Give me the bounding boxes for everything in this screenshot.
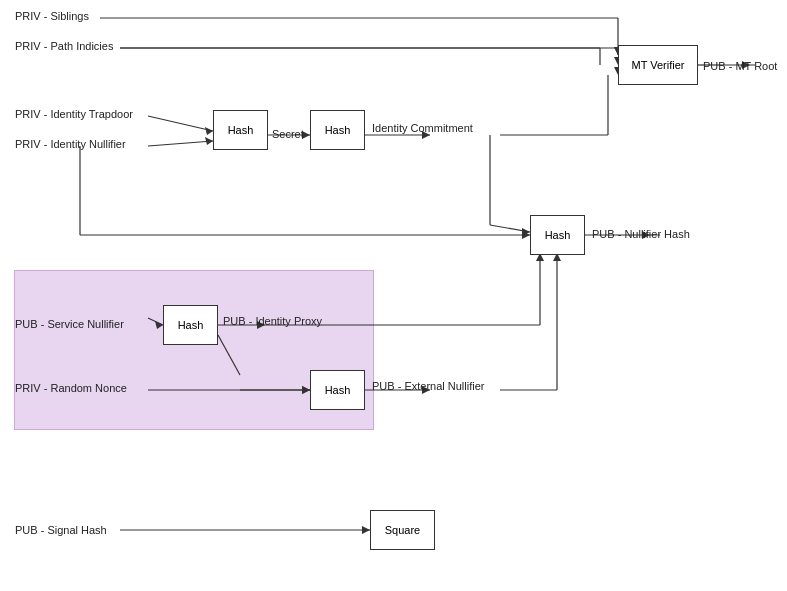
priv-random-nonce-label: PRIV - Random Nonce <box>15 382 127 394</box>
pub-mt-root-label: PUB - MT Root <box>703 60 777 72</box>
square-box: Square <box>370 510 435 550</box>
pub-external-nullifier-label: PUB - External Nullifier <box>372 380 484 392</box>
hash4-box: Hash <box>163 305 218 345</box>
priv-trapdoor-label: PRIV - Identity Trapdoor <box>15 108 133 120</box>
secret-label: Secret <box>272 128 304 140</box>
svg-line-20 <box>490 225 530 232</box>
priv-siblings-label: PRIV - Siblings <box>15 10 89 22</box>
svg-marker-9 <box>205 127 213 135</box>
diagram: Hash Hash MT Verifier Hash Hash Hash Squ… <box>0 0 787 591</box>
pub-identity-proxy-label: PUB - Identity Proxy <box>223 315 322 327</box>
hash2-box: Hash <box>310 110 365 150</box>
hash5-box: Hash <box>310 370 365 410</box>
svg-marker-21 <box>522 228 530 236</box>
pub-nullifier-hash-label: PUB - Nullifier Hash <box>592 228 690 240</box>
pub-signal-hash-label: PUB - Signal Hash <box>15 524 107 536</box>
hash3-box: Hash <box>530 215 585 255</box>
svg-marker-30 <box>522 231 530 239</box>
svg-marker-49 <box>362 526 370 534</box>
priv-path-label: PRIV - Path Indicies <box>15 40 113 52</box>
pub-service-nullifier-label: PUB - Service Nullifier <box>15 318 124 330</box>
svg-line-8 <box>148 116 213 131</box>
identity-commitment-label: Identity Commitment <box>372 122 473 134</box>
priv-nullifier-label: PRIV - Identity Nullifier <box>15 138 126 150</box>
hash1-box: Hash <box>213 110 268 150</box>
mt-verifier-box: MT Verifier <box>618 45 698 85</box>
svg-marker-11 <box>205 137 213 145</box>
svg-line-10 <box>148 141 213 146</box>
